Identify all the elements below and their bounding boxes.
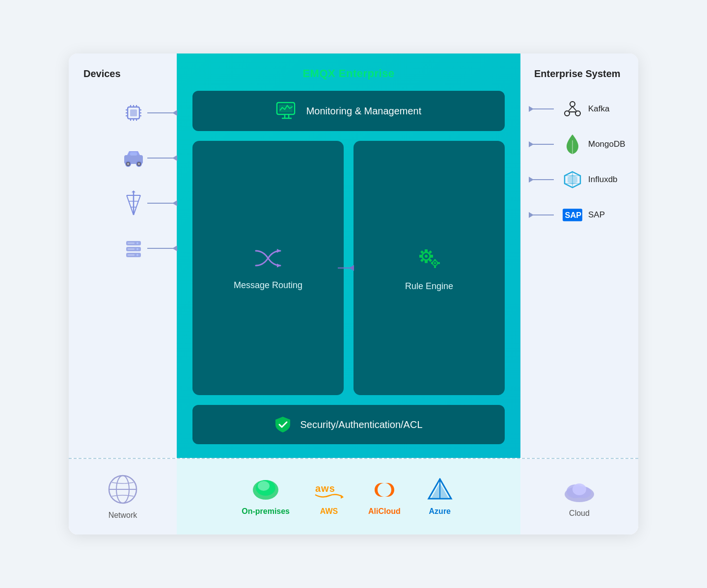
deploy-azure: Azure: [424, 478, 456, 516]
svg-text:SAP: SAP: [565, 211, 582, 219]
monitor-icon: [276, 102, 298, 120]
svg-point-78: [258, 481, 270, 491]
arrow-left-server: [147, 248, 177, 249]
device-icons: [69, 99, 177, 262]
alicloud-icon: [369, 478, 400, 502]
list-item: [79, 189, 177, 217]
enterprise-title: Enterprise System: [529, 68, 621, 80]
svg-point-16: [127, 163, 130, 165]
list-item: [79, 235, 177, 262]
svg-point-44: [425, 255, 428, 258]
svg-rect-45: [425, 249, 428, 252]
svg-text:aws: aws: [315, 483, 335, 494]
security-box: Security/Authentication/ACL: [192, 405, 505, 444]
security-label: Security/Authentication/ACL: [300, 419, 422, 430]
inter-arrow-line: [338, 267, 354, 268]
message-routing-box: Message Routing: [192, 141, 344, 395]
rule-engine-box: Rule Engine: [354, 141, 505, 395]
deploy-options: On-premises aws AWS: [177, 459, 520, 535]
svg-marker-42: [277, 264, 281, 267]
arrow-left-tower: [147, 203, 177, 204]
list-item: MongoDB: [529, 134, 638, 154]
aws-icon: aws: [313, 478, 345, 502]
arrow-left-chip: [147, 112, 177, 113]
cloud-icon: [562, 476, 597, 503]
enterprise-icons: Kafka MongoDB: [529, 99, 638, 225]
gear-icon: [414, 244, 444, 271]
svg-rect-1: [130, 109, 137, 116]
svg-rect-57: [431, 262, 433, 264]
arrow-right-mongodb: [529, 144, 554, 145]
arrow-right-kafka: [529, 108, 554, 109]
rule-engine-label: Rule Engine: [405, 281, 453, 292]
alicloud-label: AliCloud: [368, 507, 401, 516]
network-icon: [107, 474, 138, 505]
sap-icon: SAP: [563, 205, 582, 225]
svg-point-30: [136, 242, 138, 244]
svg-point-31: [136, 248, 138, 250]
mongodb-icon: [563, 134, 582, 154]
svg-rect-34: [128, 248, 135, 250]
inter-arrow: [338, 267, 354, 268]
enterprise-panel: Enterprise System: [520, 53, 638, 458]
influxdb-icon: [563, 170, 582, 189]
on-premises-label: On-premises: [242, 507, 290, 516]
svg-point-87: [572, 483, 586, 495]
list-item: SAP SAP: [529, 205, 638, 225]
azure-icon: [424, 478, 456, 502]
server-icon: [120, 235, 147, 262]
list-item: Influxdb: [529, 170, 638, 189]
list-item: [79, 99, 177, 127]
svg-rect-46: [425, 260, 428, 263]
center-panel: EMQX Enterprise Monitoring & Management: [177, 53, 520, 458]
list-item: [79, 144, 177, 172]
svg-line-62: [569, 107, 572, 111]
cloud-label: Cloud: [569, 509, 590, 518]
svg-rect-55: [434, 259, 436, 261]
message-routing-label: Message Routing: [234, 280, 302, 291]
network-section: Network: [69, 459, 177, 535]
kafka-icon: [563, 99, 582, 119]
aws-label: AWS: [320, 507, 338, 516]
svg-rect-56: [434, 266, 436, 268]
arrow-left-car: [147, 158, 177, 159]
arrow-right-sap: [529, 214, 554, 215]
svg-line-23: [134, 195, 140, 215]
svg-point-54: [434, 262, 436, 264]
network-label: Network: [109, 511, 137, 520]
influxdb-label: Influxdb: [588, 175, 618, 185]
arrow-right-influxdb: [529, 179, 554, 180]
svg-point-59: [570, 102, 575, 107]
sap-label: SAP: [588, 210, 605, 220]
on-premises-icon: [250, 478, 281, 502]
chip-icon: [120, 99, 147, 127]
routing-icon: [253, 246, 283, 270]
svg-rect-35: [128, 254, 135, 256]
svg-marker-80: [341, 495, 344, 499]
svg-rect-58: [438, 262, 440, 264]
svg-line-63: [572, 107, 576, 111]
cloud-section: Cloud: [520, 459, 638, 535]
middle-boxes: Message Routing: [192, 141, 505, 395]
list-item: Kafka: [529, 99, 638, 119]
deploy-on-premises: On-premises: [242, 478, 290, 516]
svg-point-18: [138, 163, 140, 165]
mongodb-label: MongoDB: [588, 139, 625, 149]
tower-icon: [120, 189, 147, 217]
svg-rect-47: [419, 255, 422, 258]
devices-title: Devices: [69, 68, 121, 80]
kafka-label: Kafka: [588, 104, 609, 114]
svg-point-32: [136, 254, 138, 256]
devices-panel: Devices: [69, 53, 177, 458]
azure-label: Azure: [429, 507, 451, 516]
car-icon: [120, 144, 147, 172]
shield-icon: [274, 416, 291, 433]
monitoring-label: Monitoring & Management: [306, 106, 422, 117]
diagram-wrapper: Devices: [69, 53, 638, 535]
monitoring-box: Monitoring & Management: [192, 91, 505, 131]
svg-rect-19: [130, 152, 137, 156]
svg-line-22: [127, 195, 134, 215]
deploy-aws: aws AWS: [313, 478, 345, 516]
svg-rect-48: [430, 255, 433, 258]
emqx-title: EMQX Enterprise: [192, 67, 505, 80]
